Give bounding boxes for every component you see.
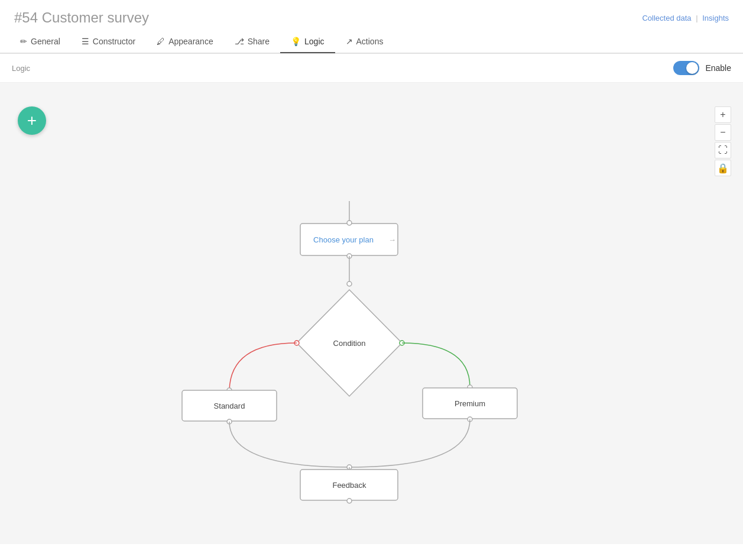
list-icon: ☰ [82, 37, 89, 46]
actions-icon: ↗ [346, 37, 353, 46]
enable-row: Enable [673, 61, 731, 75]
enable-label: Enable [705, 63, 731, 73]
svg-text:Choose your plan: Choose your plan [313, 235, 374, 244]
svg-text:Feedback: Feedback [332, 481, 366, 490]
main-content: Logic Enable + + − ⛶ 🔒 Choose your plan … [0, 53, 743, 544]
svg-point-4 [347, 221, 352, 225]
tab-share-label: Share [248, 37, 270, 46]
tab-logic[interactable]: 💡 Logic [280, 31, 335, 53]
share-icon: ⎇ [235, 37, 244, 46]
svg-point-7 [347, 281, 352, 286]
enable-toggle[interactable] [673, 61, 699, 75]
logic-section-label: Logic [12, 64, 30, 73]
logic-icon: 💡 [291, 37, 301, 46]
svg-text:Standard: Standard [214, 402, 245, 410]
add-node-button[interactable]: + [18, 106, 46, 135]
lock-button[interactable]: 🔒 [715, 160, 731, 176]
logic-toolbar: Logic Enable [0, 54, 743, 83]
zoom-controls: + − ⛶ 🔒 [715, 106, 731, 176]
tab-logic-label: Logic [304, 37, 324, 46]
page-id: #54 [14, 9, 38, 25]
tab-constructor-label: Constructor [93, 37, 135, 46]
tab-constructor[interactable]: ☰ Constructor [71, 31, 146, 53]
tab-appearance[interactable]: 🖊 Appearance [146, 31, 224, 53]
tab-share[interactable]: ⎇ Share [224, 31, 280, 53]
plus-icon: + [27, 111, 37, 130]
insights-link[interactable]: Insights [702, 14, 729, 22]
tab-actions[interactable]: ↗ Actions [335, 31, 394, 53]
brush-icon: 🖊 [157, 37, 165, 46]
tab-actions-label: Actions [356, 37, 384, 46]
zoom-out-button[interactable]: − [715, 124, 731, 141]
zoom-in-button[interactable]: + [715, 106, 731, 123]
pencil-icon: ✏ [20, 37, 27, 46]
tab-general-label: General [31, 37, 60, 46]
link-separator: | [696, 14, 697, 22]
collected-data-link[interactable]: Collected data [642, 14, 691, 22]
svg-point-24 [347, 499, 352, 503]
svg-text:→: → [388, 235, 396, 244]
page-name: Customer survey [42, 9, 149, 25]
tab-general[interactable]: ✏ General [9, 31, 71, 53]
fullscreen-button[interactable]: ⛶ [715, 142, 731, 158]
page-header: #54 Customer survey Collected data | Ins… [0, 0, 743, 31]
header-links: Collected data | Insights [642, 14, 729, 22]
page-title: #54 Customer survey [14, 9, 149, 26]
svg-text:Premium: Premium [455, 399, 485, 408]
tab-appearance-label: Appearance [168, 37, 213, 46]
svg-text:Condition: Condition [333, 339, 366, 348]
tab-bar: ✏ General ☰ Constructor 🖊 Appearance ⎇ S… [0, 31, 743, 53]
flowchart-canvas: + + − ⛶ 🔒 Choose your plan → [0, 83, 743, 544]
flowchart-svg: Choose your plan → Condition [0, 83, 743, 544]
